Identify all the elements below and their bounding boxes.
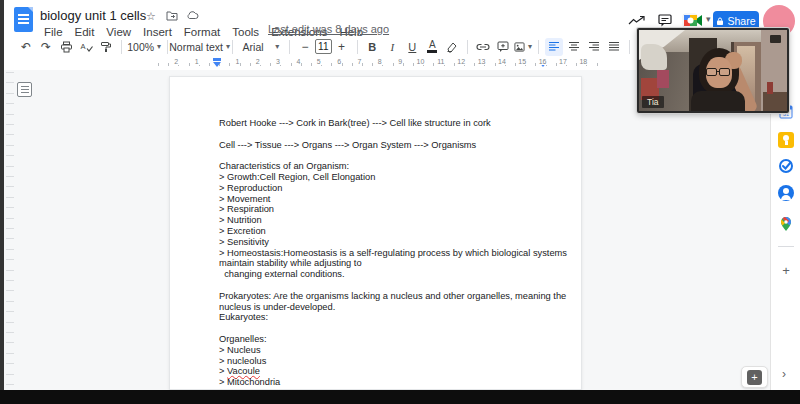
doc-line: Cell ---> Tissue ---> Organs ---> Organ … — [219, 140, 559, 151]
doc-line: > Nutrition — [219, 215, 559, 226]
ruler-number: 2 — [173, 58, 179, 65]
doc-line: > Mitochondria — [219, 377, 559, 388]
vertical-ruler[interactable] — [6, 72, 14, 388]
undo-icon[interactable] — [17, 38, 35, 56]
ruler-number: 5 — [316, 58, 322, 65]
contacts-icon[interactable] — [778, 185, 794, 201]
activity-dashboard-icon[interactable] — [628, 15, 646, 26]
doc-line — [219, 150, 559, 161]
underline-icon[interactable] — [403, 38, 421, 56]
ruler-number: 18 — [578, 58, 588, 65]
bold-icon[interactable] — [363, 38, 381, 56]
spelling-check-icon[interactable]: A — [77, 38, 95, 56]
doc-line: > Homeostasis:Homeostasis is a self-regu… — [219, 248, 559, 259]
collapse-panel-chevron-icon[interactable]: › — [782, 367, 786, 381]
ruler-number: 13 — [477, 58, 487, 65]
zoom-select[interactable]: 100% — [128, 38, 161, 56]
screenshare-left-edge — [0, 0, 4, 390]
font-size-input[interactable]: 11 — [315, 39, 332, 54]
doc-line: nucleus is under-developed. — [219, 302, 559, 313]
print-icon[interactable] — [57, 38, 75, 56]
webcam-bottle — [767, 82, 773, 94]
ruler-number: 11 — [436, 58, 445, 65]
ruler-number: 3 — [275, 58, 281, 65]
paint-format-icon[interactable] — [97, 38, 115, 56]
first-line-indent-marker[interactable] — [213, 58, 221, 61]
doc-line: maintain stability while adjusting to — [219, 258, 559, 269]
italic-icon[interactable] — [383, 38, 401, 56]
redo-icon[interactable] — [37, 38, 55, 56]
ruler-number: 16 — [538, 58, 548, 65]
align-left-icon[interactable] — [545, 38, 563, 56]
doc-line: > Respiration — [219, 204, 559, 215]
document-text[interactable]: Robert Hooke ---> Cork in Bark(tree) ---… — [219, 118, 559, 399]
decrease-font-size-icon[interactable] — [296, 38, 314, 56]
webcam-shelf-item — [641, 44, 667, 70]
open-comment-history-icon[interactable] — [658, 14, 672, 27]
plus-icon: + — [747, 370, 762, 385]
document-title[interactable]: biology unit 1 cells — [40, 8, 146, 23]
increase-font-size-icon[interactable] — [333, 38, 351, 56]
left-indent-marker[interactable] — [213, 62, 221, 67]
ruler-number: 6 — [336, 58, 342, 65]
doc-line: changing external conditions. — [219, 269, 559, 280]
move-to-folder-icon[interactable] — [166, 10, 178, 21]
doc-line: > Nucleus — [219, 345, 559, 356]
maps-icon[interactable] — [778, 216, 794, 232]
doc-line: > nucleolus — [219, 356, 559, 367]
webcam-glasses — [706, 68, 717, 76]
ruler-number: 7 — [356, 58, 362, 65]
align-justify-icon[interactable] — [605, 38, 623, 56]
doc-line — [219, 280, 559, 291]
doc-line: > Reproduction — [219, 183, 559, 194]
show-document-outline-icon[interactable] — [17, 82, 32, 97]
doc-line: > Movement — [219, 194, 559, 205]
ruler-number: 14 — [497, 58, 507, 65]
align-center-icon[interactable] — [565, 38, 583, 56]
doc-line: Robert Hooke ---> Cork in Bark(tree) ---… — [219, 118, 559, 129]
insert-link-icon[interactable] — [474, 38, 492, 56]
ruler-number: 17 — [558, 58, 568, 65]
webcam-person-shoulders — [691, 91, 745, 111]
explore-button[interactable]: + — [741, 366, 768, 388]
document-status-cloud-icon[interactable] — [186, 10, 199, 20]
doc-line: Prokaryotes: Are the organisms lacking a… — [219, 291, 559, 302]
meet-dropdown-caret-icon[interactable]: ▾ — [706, 14, 711, 24]
doc-line: Characteristics of an Organism: — [219, 161, 559, 172]
insert-image-icon[interactable] — [514, 38, 532, 56]
ruler-number: 2 — [255, 58, 261, 65]
last-edit-link[interactable]: Last edit was 8 days ago — [268, 23, 389, 35]
font-select[interactable]: Arial — [239, 38, 284, 56]
doc-line: > Growth:Cell Region, Cell Elongation — [219, 172, 559, 183]
misspelled-word: Vacoule — [227, 366, 260, 376]
participant-name-label: Tia — [642, 96, 664, 108]
highlight-color-icon[interactable] — [443, 38, 461, 56]
doc-line: Organelles: — [219, 334, 559, 345]
get-add-ons-icon[interactable]: + — [778, 262, 794, 278]
doc-line: > Vacoule — [219, 366, 559, 377]
ruler-number: 12 — [456, 58, 466, 65]
lock-icon — [716, 17, 724, 26]
svg-text:A: A — [80, 41, 85, 50]
ruler-number: 1 — [234, 58, 240, 65]
align-right-icon[interactable] — [585, 38, 603, 56]
tasks-icon[interactable] — [778, 158, 794, 174]
ruler-number: 1 — [194, 58, 200, 65]
webcam-table — [763, 92, 787, 111]
screenshare-bottom-bar — [0, 390, 800, 404]
text-color-icon[interactable] — [423, 38, 441, 56]
add-comment-icon[interactable] — [494, 38, 512, 56]
ruler-number: 8 — [377, 58, 383, 65]
keep-icon[interactable] — [778, 132, 794, 148]
ruler-number: 4 — [295, 58, 301, 65]
webcam-wall-device — [770, 35, 781, 43]
ruler-number: 9 — [397, 58, 403, 65]
ruler-number: 15 — [517, 58, 527, 65]
paragraph-style-select[interactable]: Normal text — [173, 38, 226, 56]
side-panel-divider — [778, 246, 794, 247]
webcam-glasses — [719, 68, 730, 76]
google-docs-logo[interactable] — [14, 7, 33, 32]
doc-line: > Excretion — [219, 226, 559, 237]
webcam-glasses-bridge — [716, 71, 720, 72]
webcam-overlay[interactable]: Tia — [637, 28, 789, 113]
